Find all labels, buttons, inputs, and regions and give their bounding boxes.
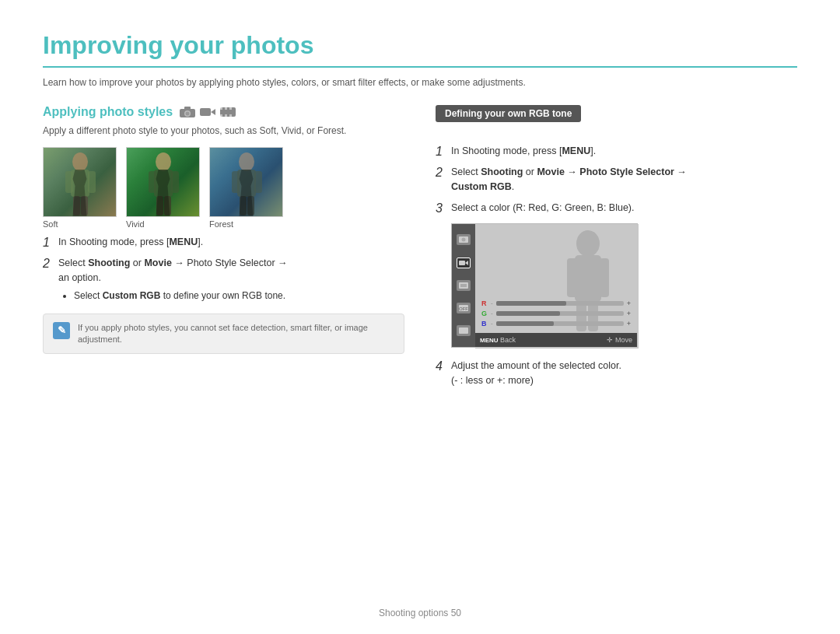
- b-plus: +: [627, 320, 631, 328]
- right-step-2-num: 2: [436, 165, 446, 180]
- left-steps: 1 In Shooting mode, press [MENU]. 2 Sele…: [43, 235, 404, 304]
- info-icon: ✎: [53, 322, 70, 339]
- title-underline: [43, 66, 797, 68]
- svg-rect-24: [164, 196, 171, 215]
- svg-rect-22: [171, 171, 179, 193]
- sidebar-icon-2-svg: [458, 259, 469, 267]
- rgb-slider-b: B - +: [481, 320, 631, 328]
- forest-label: Forest: [209, 219, 283, 229]
- page-footer: Shooting options 50: [0, 608, 840, 618]
- svg-rect-11: [225, 114, 227, 117]
- right-step-1-num: 1: [436, 144, 446, 159]
- rgb-slider-g: G - +: [481, 310, 631, 317]
- rgb-slider-r: R - +: [481, 299, 631, 307]
- b-track: [496, 321, 624, 326]
- soft-label: Soft: [43, 219, 117, 229]
- right-step-4-num: 4: [436, 359, 446, 373]
- vivid-person-svg: [127, 148, 200, 217]
- step-2-text: Select Shooting or Movie → Photo Style S…: [58, 256, 288, 304]
- sidebar-icon-2: [457, 257, 471, 268]
- right-step-3-text: Select a color (R: Red, G: Green, B: Blu…: [451, 201, 635, 215]
- svg-rect-9: [229, 107, 232, 110]
- video-icon: [199, 106, 216, 118]
- bullet-item: Select Custom RGB to define your own RGB…: [74, 289, 288, 303]
- photo-soft-img: [43, 147, 117, 217]
- g-track: [496, 311, 624, 316]
- svg-text:OFF: OFF: [459, 306, 468, 311]
- right-column: Defining your own RGB tone 1 In Shooting…: [436, 105, 797, 394]
- step-1-num: 1: [43, 235, 54, 250]
- page-container: Improving your photos Learn how to impro…: [0, 0, 840, 417]
- svg-point-42: [576, 230, 600, 257]
- left-step-1: 1 In Shooting mode, press [MENU].: [43, 235, 404, 250]
- svg-rect-40: [459, 328, 468, 334]
- right-step-2-text: Select Shooting or Movie → Photo Style S…: [451, 165, 687, 194]
- r-fill: [496, 301, 566, 306]
- photo-vivid-img: [126, 147, 200, 217]
- svg-rect-16: [88, 171, 96, 193]
- info-text: If you apply photo styles, you cannot se…: [78, 322, 394, 346]
- svg-rect-45: [600, 258, 609, 297]
- svg-rect-15: [65, 171, 73, 193]
- right-step-4-text: Adjust the amount of the selected color.…: [451, 359, 621, 388]
- svg-rect-8: [225, 107, 227, 110]
- sidebar-icon-4: OFF: [457, 303, 471, 313]
- photo-soft: Soft: [43, 147, 117, 229]
- svg-rect-33: [459, 261, 465, 265]
- info-box: ✎ If you apply photo styles, you cannot …: [43, 313, 404, 355]
- forest-person-svg: [210, 148, 283, 217]
- svg-rect-28: [254, 171, 262, 193]
- r-plus: +: [627, 299, 631, 307]
- rgb-bottom-bar: MENU Back ✛ Move: [475, 333, 637, 347]
- r-track: [496, 301, 624, 306]
- page-title: Improving your photos: [43, 31, 797, 60]
- move-label: ✛ Move: [607, 336, 632, 344]
- svg-point-25: [239, 152, 254, 171]
- left-column: Applying photo styles: [43, 105, 404, 394]
- photo-forest: Forest: [209, 147, 283, 229]
- photo-examples: Soft Vivid: [43, 147, 404, 229]
- svg-point-2: [186, 112, 190, 116]
- step-1-text: In Shooting mode, press [MENU].: [58, 235, 203, 250]
- movie-icon: [219, 106, 236, 118]
- svg-rect-3: [184, 107, 191, 110]
- svg-rect-18: [81, 196, 88, 215]
- menu-label: MENU Back: [480, 336, 516, 344]
- right-step-1: 1 In Shooting mode, press [MENU].: [436, 144, 797, 159]
- svg-marker-5: [211, 109, 215, 115]
- page-subtitle: Learn how to improve your photos by appl…: [43, 77, 797, 88]
- sidebar-icon-4-svg: OFF: [458, 304, 469, 312]
- section-heading-icons: [179, 106, 236, 118]
- rgb-panel: OFF: [451, 223, 638, 348]
- sidebar-icon-1: [457, 234, 471, 245]
- svg-rect-27: [232, 171, 240, 193]
- svg-rect-10: [220, 114, 222, 117]
- camera-icon: [179, 106, 196, 118]
- section-desc: Apply a different photo style to your ph…: [43, 125, 404, 136]
- svg-rect-30: [247, 196, 254, 215]
- rgb-person-svg: [475, 224, 639, 349]
- svg-rect-17: [73, 196, 80, 215]
- svg-point-13: [72, 152, 88, 171]
- svg-rect-20: [154, 170, 173, 197]
- right-step-1-text: In Shooting mode, press [MENU].: [451, 144, 596, 159]
- r-label: R: [481, 299, 488, 307]
- g-plus: +: [627, 310, 631, 317]
- g-fill: [496, 311, 560, 316]
- sidebar-icon-1-svg: [458, 236, 469, 243]
- left-step-2: 2 Select Shooting or Movie → Photo Style…: [43, 256, 404, 304]
- svg-point-19: [156, 152, 171, 171]
- b-label: B: [481, 320, 488, 328]
- svg-rect-43: [575, 255, 601, 302]
- right-steps: 1 In Shooting mode, press [MENU]. 2 Sele…: [436, 144, 797, 215]
- rgb-sliders: R - + G -: [481, 299, 631, 330]
- soft-person-svg: [44, 148, 117, 217]
- b-fill: [496, 321, 554, 326]
- main-content: Applying photo styles: [43, 105, 797, 394]
- rgb-sidebar: OFF: [452, 224, 475, 347]
- rgb-badge: Defining your own RGB tone: [436, 105, 581, 122]
- svg-rect-21: [149, 171, 156, 193]
- photo-vivid: Vivid: [126, 147, 200, 229]
- svg-rect-12: [229, 114, 232, 117]
- right-step-4: 4 Adjust the amount of the selected colo…: [436, 359, 797, 388]
